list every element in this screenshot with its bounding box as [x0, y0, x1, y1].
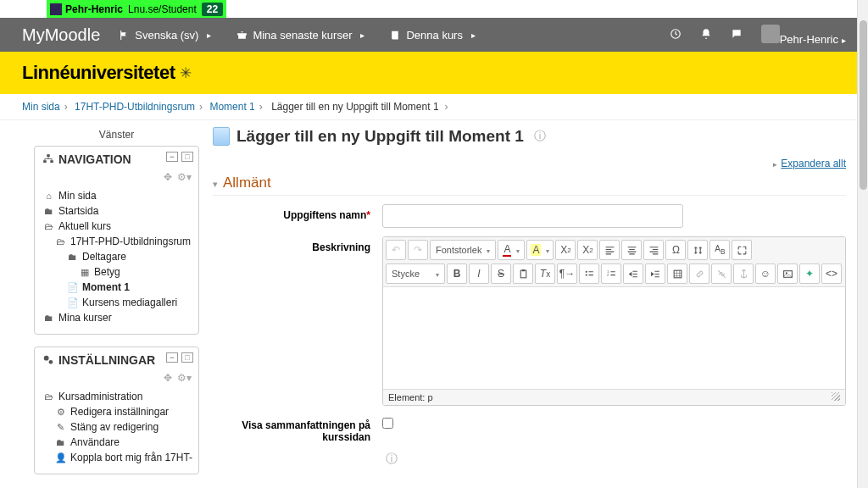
text-color-button[interactable]: A — [498, 240, 525, 260]
user-icon — [50, 3, 62, 15]
menu-language[interactable]: Svenska (sv) — [119, 29, 211, 42]
tree-item[interactable]: 🖿Mina kurser — [40, 310, 193, 325]
find-button[interactable] — [687, 240, 708, 260]
avatar — [761, 25, 780, 43]
unlink-button[interactable] — [711, 263, 732, 284]
bg-color-button[interactable]: A — [526, 240, 554, 260]
expand-all[interactable]: Expandera allt — [213, 158, 846, 169]
navigation-block: NAVIGATION −□ ✥⚙▾ ⌂Min sida🖿Startsida🗁Ak… — [34, 146, 199, 335]
svg-rect-7 — [521, 269, 524, 271]
show-summary-checkbox[interactable] — [382, 418, 393, 429]
media-button[interactable]: ✦ — [799, 263, 820, 284]
crumb-1[interactable]: 17HT-PHD-Utbildningsrum — [75, 101, 195, 113]
bullet-list-button[interactable] — [579, 263, 599, 284]
align-left-button[interactable] — [599, 240, 620, 260]
file-icon: 📄 — [67, 282, 78, 293]
redo-button[interactable]: ↷ — [408, 240, 428, 260]
page-title: Lägger till en ny Uppgift till Moment 1 … — [213, 127, 846, 146]
emoji-button[interactable]: ☺ — [755, 263, 776, 284]
subscript-button[interactable]: X2 — [555, 240, 576, 260]
dock-icon[interactable]: □ — [181, 152, 193, 162]
tree-item[interactable]: 🖿Deltagare — [40, 249, 193, 264]
tree-item[interactable]: 📄Moment 1 — [40, 280, 193, 295]
fontsize-select[interactable]: Fontstorlek — [430, 240, 496, 260]
flag-icon — [119, 30, 130, 41]
tree-item[interactable]: 🗁Kursadministration — [40, 389, 193, 404]
tree-item[interactable]: 🗁Aktuell kurs — [40, 219, 193, 234]
align-right-button[interactable] — [643, 240, 664, 260]
html-button[interactable]: <> — [821, 263, 842, 284]
svg-point-14 — [785, 272, 787, 274]
menu-this-course[interactable]: Denna kurs — [390, 29, 475, 42]
bell-icon[interactable] — [700, 28, 712, 42]
svg-rect-1 — [47, 154, 50, 157]
menu-recent-courses[interactable]: Mina senaste kurser — [236, 29, 364, 42]
svg-point-4 — [44, 356, 49, 361]
user-menu[interactable]: Pehr-Henric — [761, 25, 846, 46]
svg-point-5 — [49, 360, 53, 364]
tree-item[interactable]: 🖿Startsida — [40, 203, 193, 219]
tree-item[interactable]: 🖿Användare — [40, 435, 193, 450]
topnav-right: Pehr-Henric — [670, 25, 846, 46]
table-button[interactable] — [667, 263, 687, 284]
svg-point-8 — [585, 270, 587, 272]
move-icon[interactable]: ✥ — [164, 171, 172, 183]
assignment-name-input[interactable] — [382, 204, 683, 228]
italic-button[interactable]: I — [469, 263, 489, 284]
bold-button[interactable]: B — [447, 263, 467, 284]
specialchar-button[interactable]: Ω — [665, 240, 686, 260]
undo-button[interactable]: ↶ — [386, 240, 406, 260]
folder-icon: 🖿 — [43, 313, 54, 323]
paragraph-select[interactable]: Stycke — [386, 263, 445, 284]
topnav-menu: Svenska (sv) Mina senaste kurser Denna k… — [119, 29, 669, 42]
fullscreen-button[interactable] — [732, 240, 752, 260]
link-button[interactable] — [689, 263, 709, 284]
clear-format-button[interactable]: Tx — [535, 263, 555, 284]
label-show-summary: Visa sammanfattningen på kurssidan — [213, 414, 382, 443]
tree-item[interactable]: ▦Betyg — [40, 264, 193, 280]
replace-button[interactable]: AB — [709, 240, 730, 260]
tree-item[interactable]: 🗁17HT-PHD-Utbildningsrum — [40, 234, 193, 249]
crumb-2[interactable]: Moment 1 — [209, 101, 254, 113]
paste-button[interactable] — [513, 263, 533, 284]
tree-item[interactable]: ⌂Min sida — [40, 188, 193, 203]
editor-content[interactable] — [383, 287, 845, 389]
clock-icon[interactable] — [670, 28, 682, 42]
outdent-button[interactable] — [623, 263, 643, 284]
move-icon[interactable]: ✥ — [164, 372, 172, 384]
tree-item[interactable]: 👤Koppla bort mig från 17HT- — [40, 450, 193, 465]
gear-icon[interactable]: ⚙▾ — [177, 372, 192, 384]
crumb-0[interactable]: Min sida — [22, 101, 60, 113]
settings-block: INSTÄLLNINGAR −□ ✥⚙▾ 🗁Kursadministration… — [34, 347, 199, 474]
anchor-button[interactable] — [733, 263, 754, 284]
session-user-name: Pehr-Henric — [65, 3, 123, 15]
assignment-icon — [213, 127, 230, 146]
tree-item[interactable]: ⚙Redigera inställningar — [40, 404, 193, 419]
tree-item[interactable]: ✎Stäng av redigering — [40, 419, 193, 435]
brand[interactable]: MyMoodle — [22, 25, 100, 45]
section-general[interactable]: Allmänt — [213, 175, 846, 196]
resize-handle[interactable] — [832, 392, 840, 401]
superscript-button[interactable]: X2 — [577, 240, 598, 260]
help-icon[interactable]: ⓘ — [534, 129, 546, 144]
chat-icon[interactable] — [731, 28, 743, 42]
image-button[interactable] — [777, 263, 798, 284]
gear-icon[interactable]: ⚙▾ — [177, 171, 192, 183]
folder-icon: 🖿 — [55, 437, 66, 447]
folder-open-icon: 🗁 — [55, 236, 66, 247]
align-center-button[interactable] — [621, 240, 642, 260]
collapse-icon[interactable]: − — [166, 152, 178, 162]
ltr-button[interactable]: ¶→ — [557, 263, 577, 284]
help-icon[interactable]: ⓘ — [386, 452, 398, 465]
scrollbar[interactable] — [857, 0, 868, 486]
folder-icon: 🖿 — [67, 252, 78, 262]
scroll-thumb[interactable] — [860, 20, 867, 190]
indent-button[interactable] — [645, 263, 665, 284]
dock-icon[interactable]: □ — [181, 352, 193, 363]
strike-button[interactable]: S — [491, 263, 511, 284]
home-icon: ⌂ — [43, 191, 54, 201]
number-list-button[interactable]: 12 — [601, 263, 621, 284]
collapse-icon[interactable]: − — [166, 352, 178, 363]
tree-item[interactable]: 📄Kursens mediagalleri — [40, 295, 193, 310]
uni-logo[interactable]: Linnéuniversitetet — [22, 62, 175, 84]
